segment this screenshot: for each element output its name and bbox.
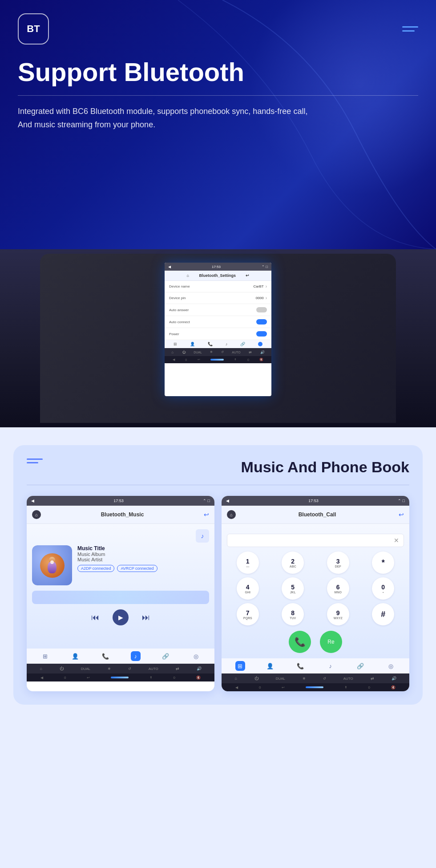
screen-row-device-name: Device name CarBT ›	[165, 281, 271, 292]
music-phone-screen: ◀ 17:53 ⌃ □ ⌂ Bluetooth_Music ↩ ♪	[27, 496, 214, 691]
dialpad-key-1[interactable]: 1—	[237, 552, 259, 574]
call-header-title: Bluetooth_Call	[236, 511, 399, 518]
car-dashboard: ◀ 17:53 ⌃ □ ⌂ Bluetooth_Settings ↩ Devic…	[40, 254, 396, 423]
link-icon[interactable]: 🔗	[161, 651, 170, 661]
power-toggle[interactable]	[256, 331, 267, 337]
avrcp-badge: AVRCP connected	[117, 565, 157, 572]
call-target-icon[interactable]: ◎	[386, 661, 396, 671]
call-header: ⌂ Bluetooth_Call ↩	[222, 506, 409, 524]
hero-divider	[18, 95, 418, 96]
music-controls: ⏮ ▶ ⏭	[32, 604, 209, 631]
dialpad-key-star[interactable]: *	[372, 552, 394, 574]
recall-button[interactable]: Re	[320, 631, 342, 653]
music-back-button[interactable]: ⌂	[32, 510, 41, 519]
screen-header: ⌂ Bluetooth_Settings ↩	[165, 271, 271, 281]
screen-row-device-pin: Device pin 0000 ›	[165, 292, 271, 304]
music-back-arrow[interactable]: ↩	[204, 511, 209, 518]
grid-icon[interactable]: ⊞	[40, 651, 50, 661]
bottom-card: Music And Phone Book ◀ 17:53 ⌃ □ ⌂ Bluet…	[13, 445, 423, 705]
dialpad-key-8[interactable]: 8TUV	[282, 603, 304, 625]
dialpad-input[interactable]: ✕	[227, 534, 404, 547]
next-button[interactable]: ⏭	[142, 613, 150, 622]
music-header-title: Bluetooth_Music	[41, 511, 204, 518]
bt-logo: BT	[18, 13, 49, 45]
dialpad-key-2[interactable]: 2ABC	[282, 552, 304, 574]
clear-button[interactable]: ✕	[394, 537, 399, 544]
screen-row-auto-answer: Auto answer	[165, 304, 271, 316]
call-content: ✕ 1— 2ABC 3DEF *	[222, 524, 409, 658]
person-icon[interactable]: 👤	[70, 651, 80, 661]
call-home-button[interactable]: ⌂	[227, 510, 236, 519]
dialpad-key-6[interactable]: 6MNO	[327, 577, 349, 600]
music-artist: Music Artist	[77, 557, 209, 562]
music-systembar: ⌂ ⏻ DUAL ❄ ↺ AUTO ⇄ 🔊	[27, 664, 214, 673]
dialpad-key-0[interactable]: 0•	[372, 577, 394, 600]
dialpad-key-4[interactable]: 4GHI	[237, 577, 259, 600]
music-badges: A2DP connected AVRCP connected	[77, 565, 209, 572]
auto-answer-toggle[interactable]	[256, 307, 267, 312]
target-icon[interactable]: ◎	[191, 651, 201, 661]
music-album: Music Album	[77, 552, 209, 557]
hero-top: BT	[18, 13, 418, 45]
call-button[interactable]: 📞	[289, 631, 311, 653]
screen-bottombar: ⊞ 👤 📞 ♪ 🔗	[165, 340, 271, 348]
dialpad-key-hash[interactable]: #	[372, 603, 394, 625]
screens-row: ◀ 17:53 ⌃ □ ⌂ Bluetooth_Music ↩ ♪	[27, 496, 409, 691]
music-statusbar: ◀ 17:53 ⌃ □	[27, 496, 214, 506]
dialpad-key-7[interactable]: 7PQRS	[237, 603, 259, 625]
car-section: ◀ 17:53 ⌃ □ ⌂ Bluetooth_Settings ↩ Devic…	[0, 249, 436, 427]
album-art	[32, 545, 72, 585]
music-icon[interactable]: ♪	[131, 651, 141, 661]
phone-icon[interactable]: 📞	[101, 651, 110, 661]
music-wave	[32, 591, 209, 604]
call-link-icon[interactable]: 🔗	[355, 661, 365, 671]
menu-icon[interactable]	[402, 26, 418, 32]
screen-statusbar: ◀ 17:53 ⌃ □	[165, 263, 271, 271]
bottom-section: Music And Phone Book ◀ 17:53 ⌃ □ ⌂ Bluet…	[0, 427, 436, 868]
dialpad-key-3[interactable]: 3DEF	[327, 552, 349, 574]
hero-section: BT Support Bluetooth Integrated with BC6…	[0, 0, 436, 249]
screen-row-auto-connect: Auto connect	[165, 316, 271, 328]
call-grid-icon[interactable]: ⊞	[235, 661, 245, 671]
call-bottombar: ⊞ 👤 📞 ♪ 🔗 ◎	[222, 658, 409, 673]
dialpad: 1— 2ABC 3DEF * 4GHI 5JKL	[227, 552, 404, 625]
dashboard-screen: ◀ 17:53 ⌃ □ ⌂ Bluetooth_Settings ↩ Devic…	[165, 263, 271, 396]
call-systembar: ⌂ ⏻ DUAL ❄ ↺ AUTO ⇄ 🔊	[222, 673, 409, 683]
call-phone-icon[interactable]: 📞	[295, 661, 305, 671]
music-title: Music Title	[77, 545, 209, 552]
call-person-icon[interactable]: 👤	[265, 661, 275, 671]
call-statusbar: ◀ 17:53 ⌃ □	[222, 496, 409, 506]
dialpad-key-9[interactable]: 9WXYZ	[327, 603, 349, 625]
music-content: ♪	[27, 524, 214, 649]
music-info: Music Title Music Album Music Artist A2D…	[77, 545, 209, 572]
car-background: ◀ 17:53 ⌃ □ ⌂ Bluetooth_Settings ↩ Devic…	[0, 249, 436, 427]
music-header: ⌂ Bluetooth_Music ↩	[27, 506, 214, 524]
call-back-arrow[interactable]: ↩	[399, 511, 404, 518]
music-bottombar: ⊞ 👤 📞 ♪ 🔗 ◎	[27, 649, 214, 664]
dialpad-key-5[interactable]: 5JKL	[282, 577, 304, 600]
screen-row-power: Power	[165, 328, 271, 340]
call-buttons: 📞 Re	[227, 631, 404, 653]
music-note-icon: ♪	[196, 529, 209, 543]
call-phone-screen: ◀ 17:53 ⌃ □ ⌂ Bluetooth_Call ↩ ✕	[222, 496, 409, 691]
logo-text: BT	[27, 23, 40, 35]
prev-button[interactable]: ⏮	[91, 613, 99, 622]
bottom-card-title: Music And Phone Book	[241, 458, 409, 476]
bottom-card-divider	[27, 485, 409, 485]
hero-title: Support Bluetooth	[18, 58, 418, 86]
call-music-icon[interactable]: ♪	[326, 661, 335, 671]
auto-connect-toggle[interactable]	[256, 319, 267, 324]
music-album-area: Music Title Music Album Music Artist A2D…	[32, 545, 209, 585]
hero-description: Integrated with BC6 Bluetooth module, su…	[18, 105, 329, 132]
bottom-card-header: Music And Phone Book	[27, 458, 409, 476]
a2dp-badge: A2DP connected	[77, 565, 114, 572]
play-button[interactable]: ▶	[113, 609, 129, 625]
bottom-menu-icon[interactable]	[27, 458, 43, 463]
cd-disc	[32, 545, 72, 585]
